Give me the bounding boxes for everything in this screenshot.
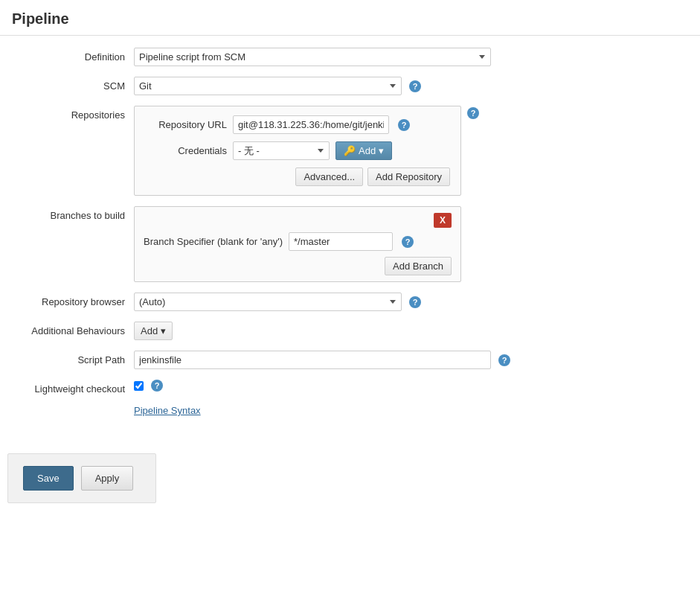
script-path-control: ? [134, 351, 685, 369]
branches-label: Branches to build [15, 206, 134, 221]
repo-action-buttons: Advanced... Add Repository [145, 167, 450, 186]
repo-browser-row: Repository browser (Auto) ? [15, 293, 685, 311]
add-repository-button[interactable]: Add Repository [367, 167, 450, 186]
advanced-button[interactable]: Advanced... [295, 167, 363, 186]
lightweight-checkout-checkbox[interactable] [134, 381, 144, 391]
scm-control: Git ? [134, 77, 685, 95]
branches-section-outer: X Branch Specifier (blank for 'any') ? A… [134, 206, 479, 282]
key-icon: 🔑 [344, 145, 356, 156]
repo-browser-help-icon[interactable]: ? [409, 296, 421, 308]
repositories-label: Repositories [15, 106, 134, 121]
branch-specifier-input[interactable] [289, 232, 393, 251]
additional-behaviours-control: Add ▾ [134, 322, 685, 340]
lightweight-checkout-label: Lightweight checkout [15, 380, 134, 395]
footer-buttons: Save Apply [7, 453, 156, 503]
apply-button[interactable]: Apply [81, 466, 134, 491]
lightweight-checkout-row: Lightweight checkout ? [15, 380, 685, 395]
add-branch-button[interactable]: Add Branch [385, 257, 452, 275]
repo-browser-control: (Auto) ? [134, 293, 685, 311]
additional-behaviours-label: Additional Behaviours [15, 322, 134, 336]
repo-url-row: Repository URL ? [145, 115, 450, 134]
credentials-label: Credentials [145, 145, 227, 156]
repo-browser-label: Repository browser [15, 293, 134, 307]
additional-behaviours-row: Additional Behaviours Add ▾ [15, 322, 685, 340]
scm-help-icon[interactable]: ? [409, 80, 421, 92]
additional-add-label: Add [141, 325, 158, 336]
pipeline-syntax-link[interactable]: Pipeline Syntax [134, 405, 201, 416]
scm-row: SCM Git ? [15, 77, 685, 95]
repo-browser-select[interactable]: (Auto) [134, 293, 402, 311]
repo-url-help-icon[interactable]: ? [398, 119, 410, 131]
definition-select[interactable]: Pipeline script from SCM [134, 48, 491, 66]
additional-add-button[interactable]: Add ▾ [134, 322, 173, 340]
repositories-section-outer: Repository URL ? Credentials - 无 - 🔑 Add [134, 106, 479, 196]
add-credential-button[interactable]: 🔑 Add ▾ [335, 141, 392, 160]
credentials-select[interactable]: - 无 - [233, 141, 330, 160]
lightweight-checkout-help-icon[interactable]: ? [151, 380, 163, 392]
pipeline-syntax-spacer [15, 405, 134, 409]
repositories-row: Repositories Repository URL ? Credential… [15, 106, 685, 196]
definition-control: Pipeline script from SCM [134, 48, 685, 66]
script-path-label: Script Path [15, 351, 134, 365]
pipeline-syntax-row: Pipeline Syntax [15, 405, 685, 416]
add-credential-arrow: ▾ [379, 145, 384, 156]
branches-row: Branches to build X Branch Specifier (bl… [15, 206, 685, 282]
add-credential-label: Add [359, 145, 376, 156]
repositories-section: Repository URL ? Credentials - 无 - 🔑 Add [134, 106, 461, 196]
script-path-input[interactable] [134, 351, 491, 369]
repo-url-input[interactable] [233, 115, 389, 134]
definition-label: Definition [15, 48, 134, 63]
form-area: Definition Pipeline script from SCM SCM … [0, 36, 700, 438]
script-path-help-icon[interactable]: ? [498, 354, 510, 366]
credentials-row: Credentials - 无 - 🔑 Add ▾ [145, 141, 450, 160]
branch-specifier-label: Branch Specifier (blank for 'any') [144, 236, 283, 247]
branch-delete-button[interactable]: X [434, 213, 452, 228]
branch-delete-header: X [144, 213, 452, 228]
save-button[interactable]: Save [23, 466, 74, 491]
branch-action-buttons: Add Branch [144, 257, 452, 275]
page-container: Pipeline Definition Pipeline script from… [0, 0, 700, 594]
additional-add-arrow: ▾ [161, 325, 166, 336]
scm-select[interactable]: Git [134, 77, 402, 95]
definition-row: Definition Pipeline script from SCM [15, 48, 685, 66]
branches-section: X Branch Specifier (blank for 'any') ? A… [134, 206, 461, 282]
branch-specifier-help-icon[interactable]: ? [402, 236, 414, 248]
branch-specifier-row: Branch Specifier (blank for 'any') ? [144, 232, 452, 251]
pipeline-syntax-control: Pipeline Syntax [134, 405, 685, 416]
lightweight-checkout-control: ? [134, 380, 685, 392]
script-path-row: Script Path ? [15, 351, 685, 369]
repositories-help-icon[interactable]: ? [467, 107, 479, 119]
scm-label: SCM [15, 77, 134, 92]
page-title: Pipeline [0, 0, 700, 36]
repo-url-label: Repository URL [145, 119, 227, 130]
